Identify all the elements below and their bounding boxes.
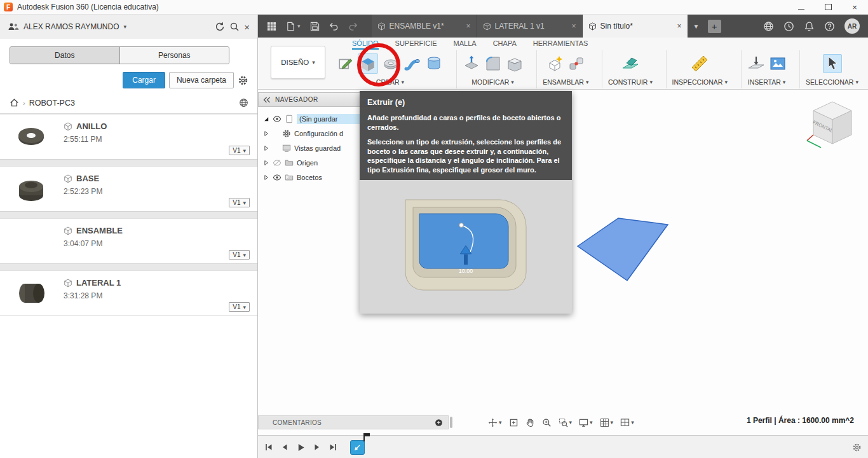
sketch-profile[interactable] bbox=[573, 214, 674, 284]
tab-personas[interactable]: Personas bbox=[119, 47, 229, 64]
viewcube[interactable]: FRONTAL bbox=[803, 94, 860, 154]
undo-icon[interactable] bbox=[329, 22, 339, 31]
notifications-bell-icon[interactable] bbox=[804, 21, 815, 32]
new-tab-button[interactable]: + bbox=[708, 20, 721, 33]
panel-settings-gear-icon[interactable] bbox=[238, 75, 248, 86]
timeline-step-back-button[interactable] bbox=[280, 443, 289, 452]
timeline-skip-end-button[interactable] bbox=[329, 443, 337, 452]
job-status-clock-icon[interactable] bbox=[783, 21, 794, 32]
press-pull-tool[interactable] bbox=[463, 55, 480, 73]
viewports-button[interactable]: ▾ bbox=[620, 418, 634, 427]
version-dropdown[interactable]: V1▾ bbox=[229, 302, 250, 312]
home-icon[interactable] bbox=[10, 98, 19, 108]
extensions-globe-icon[interactable] bbox=[763, 21, 774, 32]
doc-tab-ensamble[interactable]: ENSAMBLE v1* × bbox=[372, 15, 477, 38]
minimize-button[interactable] bbox=[788, 0, 815, 14]
collapse-panel-icon[interactable] bbox=[263, 97, 271, 103]
list-item-base[interactable]: BASE 2:52:23 PM V1▾ bbox=[0, 166, 257, 212]
loft-tool[interactable] bbox=[425, 55, 443, 73]
group-label-inspeccionar[interactable]: INSPECCIONAR▾ bbox=[672, 78, 728, 86]
close-tab-icon[interactable]: × bbox=[677, 22, 682, 31]
tree-collapsed-icon[interactable] bbox=[263, 130, 269, 137]
tree-collapsed-icon[interactable] bbox=[263, 174, 269, 181]
extrude-tool[interactable] bbox=[358, 53, 378, 74]
save-icon[interactable] bbox=[310, 22, 320, 31]
grid-snap-button[interactable]: ▾ bbox=[600, 418, 614, 427]
app-grid-icon[interactable] bbox=[267, 22, 276, 31]
measure-tool[interactable] bbox=[691, 55, 709, 73]
ribbon-tab-herramientas[interactable]: HERRAMIENTAS bbox=[533, 39, 588, 50]
timeline-play-button[interactable] bbox=[296, 443, 306, 452]
version-dropdown[interactable]: V1▾ bbox=[229, 146, 250, 155]
workspace-selector[interactable]: DISEÑO▾ bbox=[271, 46, 325, 79]
visibility-eye-icon[interactable] bbox=[273, 114, 281, 123]
selection-status: 1 Perfil | Área : 1600.00 mm^2 bbox=[747, 416, 854, 425]
group-label-modificar[interactable]: MODIFICAR▾ bbox=[471, 78, 513, 86]
ribbon-tab-chapa[interactable]: CHAPA bbox=[493, 39, 517, 50]
visibility-off-eye-icon[interactable] bbox=[273, 158, 281, 167]
group-label-seleccionar[interactable]: SELECCIONAR▾ bbox=[806, 78, 858, 86]
construct-plane-tool[interactable] bbox=[621, 55, 640, 73]
list-item-anillo[interactable]: ANILLO 2:55:11 PM V1▾ bbox=[0, 114, 257, 160]
timeline-sketch-feature[interactable] bbox=[350, 440, 365, 455]
create-sketch-tool[interactable] bbox=[337, 55, 354, 72]
joint-tool[interactable] bbox=[567, 55, 585, 73]
breadcrumb-project[interactable]: ROBOT-PC3 bbox=[29, 99, 75, 108]
new-folder-button[interactable]: Nueva carpeta bbox=[169, 72, 234, 88]
group-label-construir[interactable]: CONSTRUIR▾ bbox=[608, 78, 653, 86]
user-avatar[interactable]: AR bbox=[844, 18, 860, 34]
close-button[interactable]: × bbox=[841, 0, 868, 14]
tree-collapsed-icon[interactable] bbox=[263, 160, 269, 166]
doc-tab-sin-titulo[interactable]: Sin título* × bbox=[583, 15, 688, 38]
comments-bar[interactable]: COMENTARIOS bbox=[258, 415, 449, 429]
sweep-tool[interactable] bbox=[403, 55, 421, 73]
file-menu-button[interactable]: ▾ bbox=[286, 22, 301, 31]
zoom-window-button[interactable]: ▾ bbox=[559, 418, 573, 427]
select-tool[interactable] bbox=[823, 54, 842, 73]
add-comment-icon[interactable] bbox=[435, 419, 443, 427]
refresh-icon[interactable] bbox=[215, 22, 225, 32]
timeline-step-forward-button[interactable] bbox=[313, 443, 322, 452]
search-icon[interactable] bbox=[229, 22, 240, 32]
revolve-tool[interactable] bbox=[382, 55, 400, 73]
group-label-crear[interactable]: CREAR▾ bbox=[376, 78, 404, 86]
tree-expand-icon[interactable] bbox=[263, 116, 269, 122]
insert-canvas-tool[interactable] bbox=[769, 55, 787, 73]
help-icon[interactable] bbox=[824, 21, 835, 32]
globe-icon[interactable] bbox=[239, 98, 248, 108]
version-dropdown[interactable]: V1▾ bbox=[229, 250, 250, 260]
ribbon-tab-superficie[interactable]: SUPERFICIE bbox=[395, 39, 437, 50]
visibility-eye-icon[interactable] bbox=[273, 173, 281, 182]
tree-collapsed-icon[interactable] bbox=[263, 145, 269, 151]
shell-tool[interactable] bbox=[506, 55, 524, 73]
close-tab-icon[interactable]: × bbox=[572, 22, 576, 31]
ribbon-tab-solido[interactable]: SÓLIDO bbox=[352, 39, 379, 50]
timeline-settings-gear-icon[interactable] bbox=[852, 443, 862, 452]
model-canvas[interactable]: NAVEGADOR (Sin guardar bbox=[258, 90, 868, 435]
fit-view-button[interactable] bbox=[509, 418, 519, 427]
group-label-ensamblar[interactable]: ENSAMBLAR▾ bbox=[543, 78, 588, 86]
upload-button[interactable]: Cargar bbox=[123, 72, 165, 88]
close-tab-icon[interactable]: × bbox=[466, 22, 471, 31]
doc-tab-lateral1[interactable]: LATERAL 1 v1 × bbox=[477, 15, 583, 38]
close-panel-icon[interactable]: × bbox=[244, 22, 250, 32]
orbit-pan-button[interactable]: ▾ bbox=[488, 418, 502, 427]
chevron-down-icon[interactable]: ▾ bbox=[123, 24, 126, 30]
fillet-tool[interactable] bbox=[484, 55, 502, 73]
group-label-insertar[interactable]: INSERTAR▾ bbox=[748, 78, 786, 86]
list-item-lateral1[interactable]: LATERAL 1 3:31:28 PM V1▾ bbox=[0, 270, 257, 316]
maximize-button[interactable] bbox=[815, 0, 841, 14]
zoom-button[interactable] bbox=[542, 418, 552, 427]
insert-derive-tool[interactable] bbox=[747, 55, 765, 73]
list-item-ensamble[interactable]: ENSAMBLE 3:04:07 PM V1▾ bbox=[0, 218, 257, 264]
redo-icon[interactable] bbox=[348, 22, 358, 31]
tab-list-dropdown[interactable]: ▼ bbox=[688, 15, 705, 38]
new-component-tool[interactable] bbox=[546, 55, 564, 73]
ribbon-tab-malla[interactable]: MALLA bbox=[454, 39, 477, 50]
pan-hand-button[interactable] bbox=[526, 418, 535, 427]
version-dropdown[interactable]: V1▾ bbox=[229, 198, 250, 207]
user-name[interactable]: ALEX RAMOS RAYMUNDO bbox=[24, 22, 119, 31]
timeline-skip-start-button[interactable] bbox=[264, 443, 273, 452]
tab-datos[interactable]: Datos bbox=[10, 47, 119, 64]
display-settings-button[interactable]: ▾ bbox=[579, 418, 593, 427]
